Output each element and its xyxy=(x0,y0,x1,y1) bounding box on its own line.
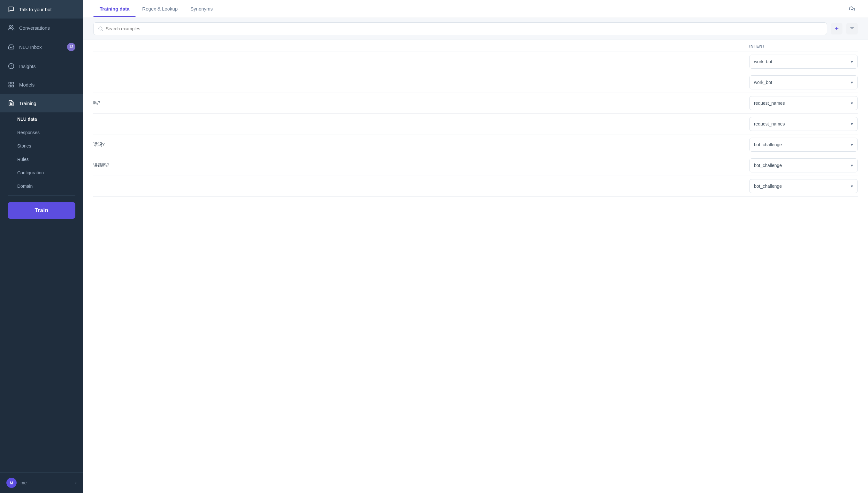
table-row: 吗? request_names ▾ xyxy=(93,93,858,114)
header-intent: Intent xyxy=(749,44,858,48)
nlu-inbox-badge: 13 xyxy=(67,43,76,51)
intent-cell: bot_challenge ▾ xyxy=(749,137,858,152)
intent-value: work_bot xyxy=(754,59,772,64)
sub-nav-item-nlu-data[interactable]: NLU data xyxy=(0,112,83,126)
intent-cell: work_bot ▾ xyxy=(749,55,858,69)
training-icon xyxy=(8,100,15,107)
tabs-actions xyxy=(846,3,858,15)
models-icon xyxy=(8,81,15,88)
chevron-down-icon: ▾ xyxy=(851,59,853,64)
conversations-icon xyxy=(8,24,15,31)
intent-dropdown[interactable]: work_bot ▾ xyxy=(749,55,858,69)
sub-nav-item-responses[interactable]: Responses xyxy=(0,126,83,139)
sidebar-item-label: Training xyxy=(19,101,36,106)
inbox-icon xyxy=(8,43,15,50)
intent-value: bot_challenge xyxy=(754,163,782,168)
table-header: Intent xyxy=(93,40,858,51)
main-content: Training data Regex & Lookup Synonyms + xyxy=(83,0,868,493)
intent-value: request_names xyxy=(754,101,785,106)
table-row: 讲话吗? bot_challenge ▾ xyxy=(93,155,858,176)
intent-value: bot_challenge xyxy=(754,184,782,189)
sub-nav-item-stories[interactable]: Stories xyxy=(0,139,83,153)
table-row: work_bot ▾ xyxy=(93,51,858,72)
sub-nav-item-rules[interactable]: Rules xyxy=(0,153,83,166)
intent-value: request_names xyxy=(754,121,785,126)
intent-value: bot_challenge xyxy=(754,142,782,147)
svg-point-0 xyxy=(9,25,12,28)
sidebar-item-insights[interactable]: Insights xyxy=(0,57,83,76)
filter-icon xyxy=(849,26,854,31)
tab-synonyms[interactable]: Synonyms xyxy=(184,0,219,17)
sidebar-footer[interactable]: M me › xyxy=(0,472,83,493)
intent-dropdown[interactable]: work_bot ▾ xyxy=(749,76,858,89)
filter-bar: + xyxy=(83,18,868,40)
intent-cell: request_names ▾ xyxy=(749,117,858,131)
svg-rect-4 xyxy=(9,82,11,84)
table-row: work_bot ▾ xyxy=(93,72,858,93)
intent-cell: request_names ▾ xyxy=(749,96,858,110)
intent-dropdown[interactable]: bot_challenge ▾ xyxy=(749,158,858,172)
intent-dropdown[interactable]: request_names ▾ xyxy=(749,96,858,110)
svg-rect-7 xyxy=(9,85,11,87)
sidebar-item-conversations[interactable]: Conversations xyxy=(0,19,83,37)
sidebar-item-models[interactable]: Models xyxy=(0,76,83,94)
table-row: request_names ▾ xyxy=(93,114,858,134)
example-text: 讲话吗? xyxy=(93,163,749,168)
train-button[interactable]: Train xyxy=(8,202,76,219)
svg-line-12 xyxy=(102,30,103,31)
chevron-down-icon: ▾ xyxy=(851,142,853,147)
example-text: 话吗? xyxy=(93,142,749,148)
upload-button[interactable] xyxy=(846,3,858,15)
table-row: bot_challenge ▾ xyxy=(93,176,858,197)
chevron-down-icon: ▾ xyxy=(851,80,853,85)
intent-cell: bot_challenge ▾ xyxy=(749,158,858,172)
footer-chevron-icon: › xyxy=(76,480,77,485)
svg-rect-6 xyxy=(12,85,14,87)
sidebar-item-label: Talk to your bot xyxy=(19,7,52,12)
sidebar-item-nlu-inbox[interactable]: NLU Inbox 13 xyxy=(0,37,83,57)
sub-nav-item-domain[interactable]: Domain xyxy=(0,179,83,193)
header-example xyxy=(93,44,749,48)
intent-dropdown[interactable]: bot_challenge ▾ xyxy=(749,137,858,152)
tabs-header: Training data Regex & Lookup Synonyms xyxy=(83,0,868,18)
tab-regex-lookup[interactable]: Regex & Lookup xyxy=(136,0,184,17)
intent-dropdown[interactable]: bot_challenge ▾ xyxy=(749,179,858,193)
sidebar-item-label: Insights xyxy=(19,64,36,69)
search-input-wrap xyxy=(93,22,827,35)
sidebar-item-label: Models xyxy=(19,82,35,87)
sidebar-item-label: Conversations xyxy=(19,25,50,31)
filter-button[interactable] xyxy=(846,23,858,35)
insights-icon xyxy=(8,63,15,70)
chevron-down-icon: ▾ xyxy=(851,163,853,168)
svg-point-11 xyxy=(99,27,102,30)
table-row: 话吗? bot_challenge ▾ xyxy=(93,134,858,155)
chevron-down-icon: ▾ xyxy=(851,184,853,189)
intent-dropdown[interactable]: request_names ▾ xyxy=(749,117,858,131)
intent-cell: bot_challenge ▾ xyxy=(749,179,858,193)
svg-rect-5 xyxy=(12,82,14,84)
sidebar-divider xyxy=(8,195,76,196)
chevron-down-icon: ▾ xyxy=(851,121,853,126)
data-table: Intent work_bot ▾ work_bot ▾ 吗? xyxy=(83,40,868,493)
avatar: M xyxy=(6,478,17,488)
chat-icon xyxy=(8,6,15,13)
add-example-button[interactable]: + xyxy=(831,23,843,35)
sidebar-item-talk-to-bot[interactable]: Talk to your bot xyxy=(0,0,83,19)
sub-nav-item-configuration[interactable]: Configuration xyxy=(0,166,83,179)
intent-value: work_bot xyxy=(754,80,772,85)
sub-nav: NLU data Responses Stories Rules Configu… xyxy=(0,112,83,193)
intent-cell: work_bot ▾ xyxy=(749,76,858,89)
sidebar-nav: Talk to your bot Conversations NLU Inbox… xyxy=(0,0,83,472)
tab-training-data[interactable]: Training data xyxy=(93,0,136,17)
chevron-down-icon: ▾ xyxy=(851,101,853,106)
search-input[interactable] xyxy=(106,26,822,31)
sidebar-item-label: NLU Inbox xyxy=(19,44,42,50)
plus-icon: + xyxy=(835,25,839,33)
example-text: 吗? xyxy=(93,100,749,106)
sidebar: Talk to your bot Conversations NLU Inbox… xyxy=(0,0,83,493)
footer-username: me xyxy=(20,480,26,485)
sidebar-item-training[interactable]: Training xyxy=(0,94,83,112)
